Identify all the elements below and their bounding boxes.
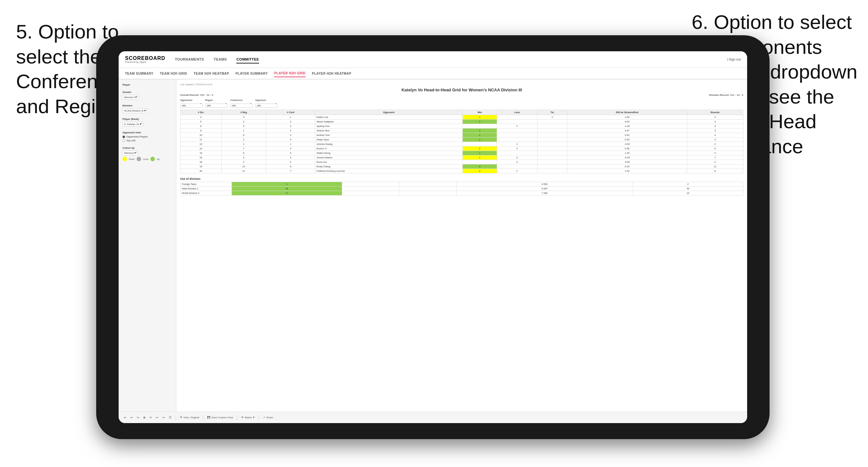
toolbar-divider-2 xyxy=(203,415,203,420)
radio-opponents-played[interactable]: Opponents Played xyxy=(123,135,172,138)
filter-opponent-select[interactable]: (All) xyxy=(255,103,278,108)
sidebar-player-rank-value[interactable]: 8. Katelyn Vo ▼ xyxy=(123,122,143,127)
tablet-screen: SCOREBOARD Powered by clippd TOURNAMENTS… xyxy=(119,51,747,423)
cell-diff: -5.00 xyxy=(567,160,687,164)
sidebar-colour-value[interactable]: Win/loss ▼ xyxy=(123,151,138,155)
toolbar-view-original[interactable]: 👁 View: Original xyxy=(180,416,199,419)
th-conf: # Conf xyxy=(266,110,315,115)
records-row: Overall Record: 353 - 34 - 6 Division Re… xyxy=(180,94,743,96)
out-of-division-table: Foreign Team 1 4.500 2 NAIA Division 1 1… xyxy=(180,182,743,195)
filter-opponents-select-wrapper[interactable]: (All) xyxy=(180,102,203,108)
sidebar-gender-value[interactable]: Women's ▼ xyxy=(123,95,139,100)
cell-loss: 2 xyxy=(497,147,537,151)
cell-div: 14 xyxy=(181,147,222,151)
filter-region-group: Region (All) xyxy=(205,99,228,108)
toolbar-cut[interactable]: ✂ xyxy=(149,416,152,419)
save-icon: 💾 xyxy=(207,416,210,419)
cell-loss xyxy=(497,115,537,120)
cell-tie xyxy=(537,160,567,164)
sidebar-player-section: Player xyxy=(123,83,172,86)
filter-region-select-wrapper[interactable]: (All) xyxy=(205,102,228,108)
sidebar-player-label: Player xyxy=(123,83,172,86)
cell-conf: 2 xyxy=(266,120,315,124)
th-loss: Loss xyxy=(497,110,537,115)
tab-team-h2h-grid[interactable]: TEAM H2H GRID xyxy=(160,70,187,77)
cell-tie xyxy=(537,120,567,124)
top-navigation: SCOREBOARD Powered by clippd TOURNAMENTS… xyxy=(119,51,747,68)
cell-rounds: 11 xyxy=(687,164,743,169)
colour-indicators: Down Level Up xyxy=(123,157,172,161)
cell-conf: 4 xyxy=(266,128,315,133)
table-row: 13 1 1 Jessica Huang 1 -3.00 2 xyxy=(181,142,743,147)
sidebar-colour-select-wrapper[interactable]: Win/loss ▼ xyxy=(123,151,138,155)
cell-div: 13 xyxy=(181,142,222,147)
sidebar-division-select-wrapper[interactable]: NCAA Division III ▼ xyxy=(123,108,148,113)
table-row: 14 7 4 Eunice Yi 2 2 0.38 9 xyxy=(181,147,743,151)
cell-div: 11 xyxy=(181,137,222,142)
tab-team-summary[interactable]: TEAM SUMMARY xyxy=(125,70,153,77)
cell-rounds: 7 xyxy=(687,155,743,160)
toolbar-undo2[interactable]: ↩ xyxy=(130,416,133,419)
cell-opponent: Stella Cheng xyxy=(315,151,462,155)
sidebar-gender-select-wrapper[interactable]: Women's ▼ xyxy=(123,95,139,100)
toolbar-share[interactable]: ↗ Share xyxy=(263,416,273,419)
toolbar-timer[interactable]: ⏱ xyxy=(169,416,172,419)
cell-opponent: Sydney Kuo xyxy=(315,124,462,128)
nav-items: TOURNAMENTS TEAMS COMMITTEE xyxy=(175,56,727,63)
toolbar-save-custom[interactable]: 💾 Save Custom View xyxy=(207,416,233,419)
toolbar-divider-4 xyxy=(259,415,259,420)
cell-opponent: Sharon Mun xyxy=(315,128,462,133)
toolbar-watch[interactable]: 👁 Watch ▼ xyxy=(241,416,255,419)
main-content: Player Gender Women's ▼ Division xyxy=(119,80,747,411)
sidebar-player-rank-section: Player (Rank) 8. Katelyn Vo ▼ xyxy=(123,118,172,127)
logo-subtext: Powered by clippd xyxy=(125,61,165,63)
tab-player-summary[interactable]: PLAYER SUMMARY xyxy=(235,70,268,77)
sidebar-colour-by-label: Colour by xyxy=(123,147,172,149)
sign-out-button[interactable]: | Sign out xyxy=(727,58,741,61)
cell-win: 2 xyxy=(462,133,497,137)
cell-opponent: Jessica Mason xyxy=(315,155,462,160)
ood-cell-win: 5 xyxy=(232,191,342,195)
cell-conf: 1 xyxy=(266,115,315,120)
cell-win: 2 xyxy=(462,147,497,151)
filter-region-select[interactable]: (All) xyxy=(205,103,228,108)
toolbar-undo[interactable]: ↩ xyxy=(124,416,126,419)
filter-opponents-select[interactable]: (All) xyxy=(180,103,203,108)
nav-tournaments[interactable]: TOURNAMENTS xyxy=(175,56,204,63)
radio-dot-top100 xyxy=(123,139,125,142)
radio-dot-opponents-played xyxy=(123,135,125,138)
cell-rounds: 3 xyxy=(687,128,743,133)
sidebar-gender-label: Gender xyxy=(123,91,172,94)
cell-tie xyxy=(537,147,567,151)
th-div: # Div xyxy=(181,110,222,115)
colour-label-down: Down xyxy=(129,158,135,160)
tab-player-h2h-grid[interactable]: PLAYER H2H GRID xyxy=(274,70,306,77)
cell-div: 19 xyxy=(181,164,222,169)
filter-opponent-select-wrapper[interactable]: (All) xyxy=(255,102,278,108)
toolbar-redo[interactable]: ↪ xyxy=(136,416,139,419)
ood-cell-loss xyxy=(342,187,399,191)
colour-label-level: Level xyxy=(143,158,149,160)
tab-team-h2h-heatmap[interactable]: TEAM H2H HEATMAP xyxy=(194,70,229,77)
sidebar-division-section: Division NCAA Division III ▼ xyxy=(123,104,172,113)
toolbar-copy[interactable]: ⊕ xyxy=(143,416,146,419)
sidebar-opponent-view-section: Opponent view Opponents Played Top 100 xyxy=(123,131,172,142)
toolbar-undo3[interactable]: ↩ xyxy=(156,416,158,419)
cell-diff: 0.33 xyxy=(567,137,687,142)
nav-teams[interactable]: TEAMS xyxy=(214,56,227,63)
sidebar-player-rank-select-wrapper[interactable]: 8. Katelyn Vo ▼ xyxy=(123,122,143,127)
ood-cell-rounds: 30 xyxy=(633,187,743,191)
nav-committee[interactable]: COMMITTEE xyxy=(236,56,259,63)
cell-reg: 1 xyxy=(221,128,266,133)
cell-reg: 3 xyxy=(221,124,266,128)
filter-conference-select-wrapper[interactable]: (All) xyxy=(230,102,253,108)
toolbar-redo2[interactable]: ↪ xyxy=(162,416,165,419)
grid-area: Last Updated: 27/03/2024 04:44 Katelyn V… xyxy=(176,80,747,411)
filter-conference-select[interactable]: (All) xyxy=(230,103,253,108)
sidebar-division-value[interactable]: NCAA Division III ▼ xyxy=(123,108,148,113)
cell-opponent: Eunice Yi xyxy=(315,147,462,151)
tab-player-h2h-heatmap[interactable]: PLAYER H2H HEATMAP xyxy=(312,70,351,77)
cell-loss xyxy=(497,120,537,124)
cell-win xyxy=(462,160,497,164)
radio-top100[interactable]: Top 100 xyxy=(123,139,172,142)
